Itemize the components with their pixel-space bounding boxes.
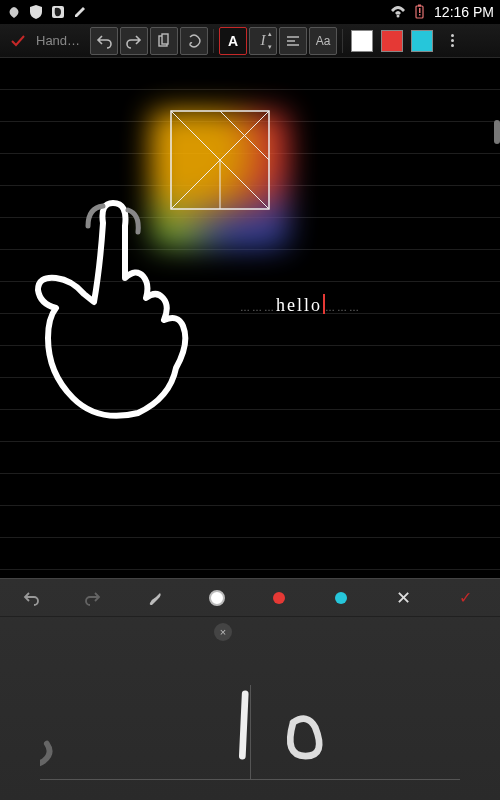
- evernote-icon: [50, 4, 66, 20]
- hw-color-white-button[interactable]: [186, 579, 248, 617]
- editor-toolbar: Handw… A I▴▾ Aa: [0, 24, 500, 58]
- status-time: 12:16 PM: [434, 4, 494, 20]
- color-red-swatch[interactable]: [378, 27, 406, 55]
- text-tool-button[interactable]: A: [219, 27, 247, 55]
- svg-line-17: [220, 160, 245, 185]
- tangram-overlay: [170, 110, 270, 210]
- hw-color-teal-button[interactable]: [310, 579, 372, 617]
- hw-confirm-button[interactable]: ✓: [434, 579, 496, 617]
- clipboard-button[interactable]: [150, 27, 178, 55]
- redo-button[interactable]: [120, 27, 148, 55]
- align-button[interactable]: [279, 27, 307, 55]
- text-entry-field[interactable]: ……… hello ………: [240, 291, 361, 316]
- shield-icon: [28, 4, 44, 20]
- undo-button[interactable]: [90, 27, 118, 55]
- svg-rect-4: [419, 8, 421, 13]
- text-field-leading-dots: ………: [240, 302, 276, 313]
- svg-rect-3: [418, 5, 421, 7]
- confirm-button[interactable]: [4, 27, 32, 55]
- breadcrumb[interactable]: Handw…: [36, 33, 82, 48]
- status-bar: 12:16 PM: [0, 0, 500, 24]
- handwriting-toolbar: ✕ ✓: [0, 579, 500, 617]
- svg-point-1: [397, 15, 400, 18]
- lasso-button[interactable]: [180, 27, 208, 55]
- hw-color-red-button[interactable]: [248, 579, 310, 617]
- hand-pointer-drawing: [28, 198, 198, 428]
- handwriting-panel: ✕ ✓ ×: [0, 578, 500, 800]
- color-teal-swatch[interactable]: [408, 27, 436, 55]
- hw-cancel-button[interactable]: ✕: [372, 579, 434, 617]
- italic-button[interactable]: I▴▾: [249, 27, 277, 55]
- battery-alert-icon: [412, 4, 428, 20]
- svg-rect-5: [419, 14, 421, 16]
- font-style-button[interactable]: Aa: [309, 27, 337, 55]
- typed-text: hello: [276, 295, 322, 316]
- hw-undo-button[interactable]: [0, 579, 62, 617]
- svg-line-16: [195, 160, 220, 185]
- note-canvas[interactable]: ……… hello ………: [0, 58, 500, 578]
- overflow-menu-button[interactable]: [438, 27, 466, 55]
- scrollbar-thumb[interactable]: [494, 120, 500, 144]
- svg-rect-7: [162, 34, 168, 44]
- text-field-trailing-dots: ………: [325, 302, 361, 313]
- pencil-icon: [72, 4, 88, 20]
- handwriting-input-area[interactable]: [40, 665, 460, 780]
- jellybean-icon: [6, 4, 22, 20]
- hw-clear-chip[interactable]: ×: [214, 623, 232, 641]
- hw-brush-button[interactable]: [124, 579, 186, 617]
- wifi-icon: [390, 4, 406, 20]
- text-cursor: [323, 294, 325, 314]
- handwriting-strokes: [40, 665, 460, 780]
- hw-redo-button[interactable]: [62, 579, 124, 617]
- color-white-swatch[interactable]: [348, 27, 376, 55]
